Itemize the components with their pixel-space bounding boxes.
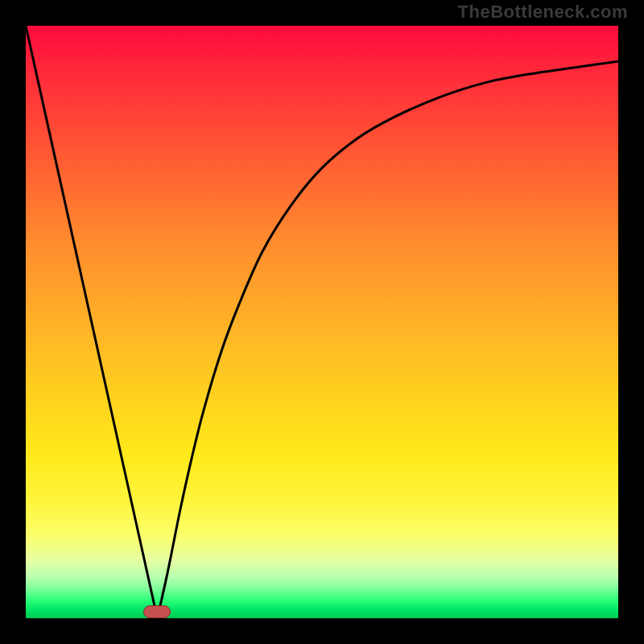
- chart-frame: TheBottleneck.com: [0, 0, 644, 644]
- optimum-marker: [143, 605, 171, 618]
- curve-svg: [26, 26, 618, 618]
- watermark-text: TheBottleneck.com: [458, 2, 628, 23]
- bottleneck-curve: [26, 26, 618, 618]
- plot-area: [26, 26, 618, 618]
